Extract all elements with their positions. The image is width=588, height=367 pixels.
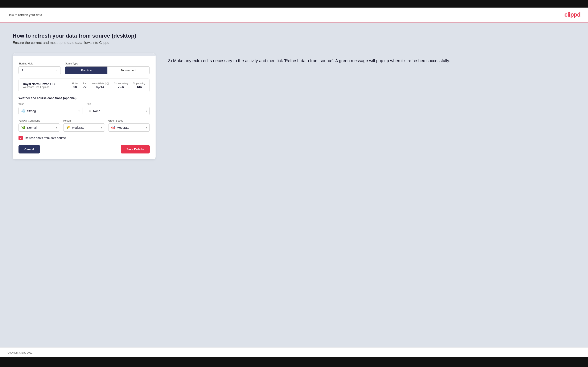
rough-group: Rough 🌾 Moderate ▾ [63, 119, 105, 132]
rain-icon: ☀ [88, 109, 91, 113]
wind-label: Wind [18, 103, 82, 106]
course-name: Royal North Devon GC, [23, 82, 55, 86]
main-layout: Starting Hole 1 ▾ Game Type Practice Tou… [13, 53, 575, 159]
wind-icon: 💨 [21, 109, 26, 113]
form-top-bar [13, 53, 156, 56]
rain-value: None [93, 109, 144, 113]
rough-select[interactable]: 🌾 Moderate ▾ [63, 124, 105, 132]
green-speed-icon: 🎯 [111, 125, 115, 130]
starting-hole-chevron: ▾ [56, 69, 58, 72]
save-button[interactable]: Save Details [121, 145, 150, 153]
course-rating-value: 72.5 [118, 85, 124, 89]
content-area: How to refresh your data from source (de… [0, 23, 588, 348]
fairway-group: Fairway Conditions 🌿 Normal ▾ [18, 119, 60, 132]
fairway-rough-green-row: Fairway Conditions 🌿 Normal ▾ Rough 🌾 Mo… [18, 119, 150, 132]
rough-chevron: ▾ [101, 126, 102, 129]
game-type-buttons: Practice Tournament [65, 66, 150, 74]
tournament-button[interactable]: Tournament [107, 67, 149, 74]
stat-par: Par 72 [83, 82, 86, 89]
green-speed-label: Green Speed [108, 119, 150, 122]
green-speed-value: Moderate [117, 126, 144, 129]
stat-yards: Yards/White (M)) 6,744 [92, 82, 109, 89]
conditions-heading: Weather and course conditions (optional) [18, 96, 150, 100]
course-stats: Holes 18 Par 72 Yards/White (M)) 6,744 [72, 82, 145, 89]
form-actions: Cancel Save Details [18, 145, 150, 153]
page-heading: How to refresh your data from source (de… [13, 33, 575, 39]
row-hole-gametype: Starting Hole 1 ▾ Game Type Practice Tou… [18, 62, 150, 74]
practice-button[interactable]: Practice [65, 67, 107, 74]
instruction-text: 3) Make any extra edits necessary to the… [168, 58, 575, 64]
page-subheading: Ensure the correct and most up to date d… [13, 41, 575, 45]
rain-group: Rain ☀ None ▾ [86, 103, 150, 115]
rough-value: Moderate [72, 126, 99, 129]
wind-select[interactable]: 💨 Strong ▾ [18, 107, 82, 115]
holes-label: Holes [72, 82, 78, 85]
starting-hole-label: Starting Hole [18, 62, 61, 65]
starting-hole-group: Starting Hole 1 ▾ [18, 62, 61, 74]
par-value: 72 [83, 85, 86, 89]
green-speed-group: Green Speed 🎯 Moderate ▾ [108, 119, 150, 132]
game-type-label: Game Type [65, 62, 150, 65]
stat-holes: Holes 18 [72, 82, 78, 89]
slope-rating-label: Slope rating [133, 82, 145, 85]
header: How to refresh your data clippd [0, 8, 588, 23]
course-card: Royal North Devon GC, Westward Ho!, Engl… [18, 79, 150, 92]
wind-group: Wind 💨 Strong ▾ [18, 103, 82, 115]
footer-text: Copyright Clippd 2022 [8, 351, 33, 354]
fairway-value: Normal [27, 126, 54, 129]
fairway-chevron: ▾ [56, 126, 57, 129]
slope-rating-value: 134 [137, 85, 142, 89]
rough-label: Rough [63, 119, 105, 122]
top-bar [0, 0, 588, 8]
course-rating-label: Course rating [114, 82, 128, 85]
wind-chevron: ▾ [78, 110, 80, 113]
stat-course-rating: Course rating 72.5 [114, 82, 128, 89]
refresh-checkbox[interactable]: ✓ [18, 136, 23, 140]
green-speed-select[interactable]: 🎯 Moderate ▾ [108, 124, 150, 132]
form-card: Starting Hole 1 ▾ Game Type Practice Tou… [13, 53, 156, 159]
rain-label: Rain [86, 103, 150, 106]
wind-value: Strong [27, 109, 77, 113]
rain-select[interactable]: ☀ None ▾ [86, 107, 150, 115]
check-icon: ✓ [19, 136, 22, 140]
holes-value: 18 [73, 85, 77, 89]
stat-slope-rating: Slope rating 134 [133, 82, 145, 89]
starting-hole-value: 1 [22, 69, 23, 72]
wind-rain-row: Wind 💨 Strong ▾ Rain ☀ None ▾ [18, 103, 150, 115]
green-speed-chevron: ▾ [146, 126, 147, 129]
par-label: Par [83, 82, 86, 85]
rough-icon: 🌾 [66, 125, 70, 130]
fairway-label: Fairway Conditions [18, 119, 60, 122]
logo: clippd [564, 11, 580, 18]
refresh-label: Refresh shots from data source [25, 136, 66, 140]
course-location: Westward Ho!, England [23, 86, 55, 89]
yards-label: Yards/White (M)) [92, 82, 109, 85]
cancel-button[interactable]: Cancel [18, 145, 40, 153]
right-panel: 3) Make any extra edits necessary to the… [168, 53, 575, 64]
fairway-icon: 🌿 [21, 125, 26, 130]
footer: Copyright Clippd 2022 [0, 348, 588, 357]
yards-value: 6,744 [96, 85, 104, 89]
header-title: How to refresh your data [8, 13, 42, 17]
course-info: Royal North Devon GC, Westward Ho!, Engl… [23, 82, 55, 89]
refresh-checkbox-row: ✓ Refresh shots from data source [18, 136, 150, 140]
form-inner: Starting Hole 1 ▾ Game Type Practice Tou… [13, 56, 156, 159]
starting-hole-select[interactable]: 1 ▾ [18, 66, 61, 74]
game-type-group: Game Type Practice Tournament [65, 62, 150, 74]
rain-chevron: ▾ [146, 110, 147, 113]
fairway-select[interactable]: 🌿 Normal ▾ [18, 124, 60, 132]
